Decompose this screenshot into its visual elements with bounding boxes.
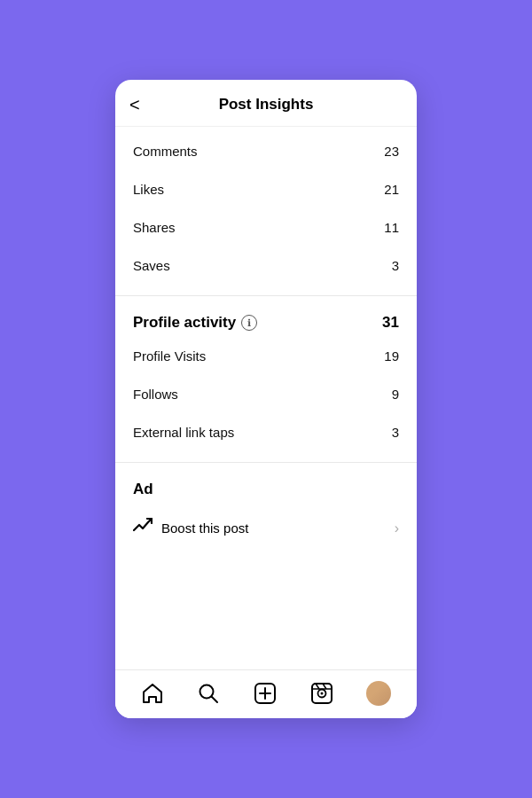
stat-label-external-link-taps: External link taps <box>133 425 234 440</box>
avatar <box>366 681 391 706</box>
section-title-wrap: Profile activity ℹ <box>133 314 257 332</box>
stat-row-likes: Likes 21 <box>115 170 417 208</box>
nav-search[interactable] <box>197 682 220 705</box>
search-icon <box>197 682 220 705</box>
divider-2 <box>115 462 417 463</box>
page-title: Post Insights <box>219 96 314 113</box>
stat-row-saves: Saves 3 <box>115 246 417 285</box>
stat-value-comments: 23 <box>384 144 399 159</box>
ad-title: Ad <box>133 481 399 498</box>
stat-row-comments: Comments 23 <box>115 132 417 170</box>
stat-value-external-link-taps: 3 <box>392 425 399 440</box>
phone-card: < Post Insights Comments 23 Likes 21 Sha… <box>115 80 417 718</box>
home-icon <box>141 682 164 705</box>
stat-label-profile-visits: Profile Visits <box>133 348 206 364</box>
stat-label-comments: Comments <box>133 144 198 159</box>
info-icon[interactable]: ℹ <box>241 315 257 331</box>
stat-row-shares: Shares 11 <box>115 208 417 246</box>
stat-row-profile-visits: Profile Visits 19 <box>133 337 399 375</box>
stat-value-profile-visits: 19 <box>384 348 399 364</box>
reels-icon <box>310 682 333 705</box>
boost-label: Boost this post <box>161 520 248 536</box>
stat-label-follows: Follows <box>133 387 178 402</box>
stats-section: Comments 23 Likes 21 Shares 11 Saves 3 <box>115 127 417 290</box>
back-button[interactable]: < <box>129 96 140 113</box>
nav-home[interactable] <box>141 682 164 705</box>
svg-line-1 <box>212 697 218 703</box>
stat-label-shares: Shares <box>133 220 176 235</box>
stat-value-likes: 21 <box>384 182 399 197</box>
chevron-right-icon: › <box>395 520 399 536</box>
stat-row-follows: Follows 9 <box>133 375 399 413</box>
profile-activity-title: Profile activity <box>133 314 236 332</box>
divider-1 <box>115 295 417 296</box>
stat-label-likes: Likes <box>133 182 164 197</box>
stat-value-follows: 9 <box>392 387 399 402</box>
svg-point-7 <box>320 692 323 695</box>
boost-row[interactable]: Boost this post › <box>133 507 399 549</box>
header: < Post Insights <box>115 80 417 127</box>
boost-icon <box>133 518 153 538</box>
profile-activity-header: Profile activity ℹ 31 <box>133 314 399 332</box>
boost-left: Boost this post <box>133 518 248 538</box>
stat-row-external-link-taps: External link taps 3 <box>133 413 399 451</box>
nav-add[interactable] <box>254 682 277 705</box>
bottom-nav <box>115 669 417 718</box>
profile-activity-total: 31 <box>382 314 399 332</box>
stat-label-saves: Saves <box>133 258 170 273</box>
nav-reels[interactable] <box>310 682 333 705</box>
nav-profile[interactable] <box>366 681 391 706</box>
profile-activity-section: Profile activity ℹ 31 Profile Visits 19 … <box>115 301 417 457</box>
add-icon <box>254 682 277 705</box>
content-area: Comments 23 Likes 21 Shares 11 Saves 3 <box>115 127 417 669</box>
ad-section: Ad Boost this post › <box>115 468 417 558</box>
stat-value-saves: 3 <box>392 258 399 273</box>
stat-value-shares: 11 <box>384 220 399 235</box>
